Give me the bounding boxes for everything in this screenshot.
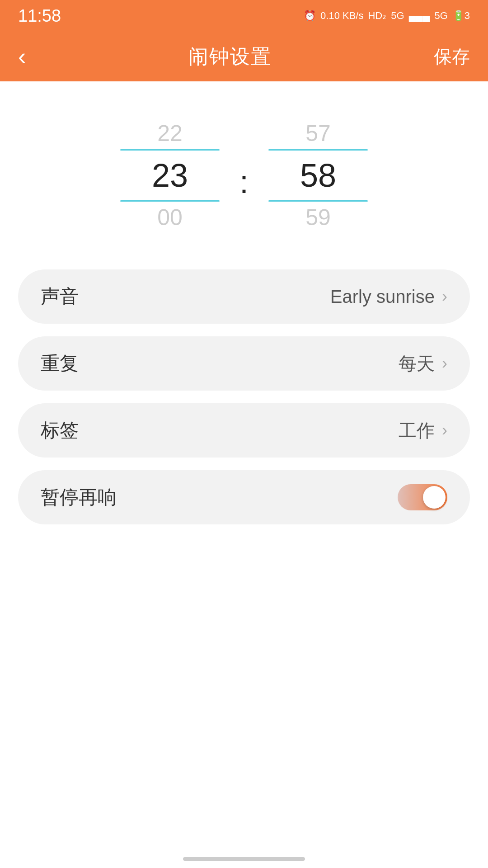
alarm-icon: ⏰ [304,10,316,22]
page-title: 闹钟设置 [188,43,272,70]
time-picker: 22 23 00 : 57 58 59 [111,118,377,233]
home-indicator [183,857,305,861]
hours-next: 00 [157,202,183,233]
minutes-current: 58 [300,152,336,198]
minutes-prev: 57 [305,118,331,149]
snooze-label: 暂停再响 [41,485,117,510]
toolbar: ‹ 闹钟设置 保存 [0,32,488,81]
battery-icon: 🔋3 [452,10,470,22]
sound-value: Early sunrise [330,287,435,307]
repeat-value-container: 每天 › [399,351,447,376]
back-button[interactable]: ‹ [18,43,26,70]
toggle-knob [423,486,446,509]
repeat-chevron-icon: › [442,354,447,373]
repeat-value: 每天 [399,351,435,376]
minutes-underline-top [268,149,368,151]
tag-value: 工作 [399,418,435,443]
sound-label: 声音 [41,284,79,309]
snooze-row: 暂停再响 [18,470,470,524]
status-icons: ⏰ 0.10 KB/s HD₂ 5G ▄▄▄ 5G 🔋3 [304,10,470,22]
time-picker-container: 22 23 00 : 57 58 59 [0,81,488,260]
time-colon: : [229,165,259,198]
minutes-column[interactable]: 57 58 59 [259,118,377,233]
status-time: 11:58 [18,6,61,26]
tag-value-container: 工作 › [399,418,447,443]
repeat-row[interactable]: 重复 每天 › [18,336,470,391]
hours-current: 23 [152,152,188,198]
status-bar: 11:58 ⏰ 0.10 KB/s HD₂ 5G ▄▄▄ 5G 🔋3 [0,0,488,32]
snooze-toggle[interactable] [398,484,447,510]
network-signal: ▄▄▄ [409,10,430,22]
save-button[interactable]: 保存 [434,44,470,69]
network-5g-1: 5G [391,10,404,22]
signal-text: 0.10 KB/s [320,10,363,22]
sound-row[interactable]: 声音 Early sunrise › [18,269,470,324]
hours-column[interactable]: 22 23 00 [111,118,229,233]
repeat-label: 重复 [41,351,79,376]
hours-underline-top [120,149,220,151]
hours-prev: 22 [157,118,183,149]
tag-label: 标签 [41,418,79,443]
sound-chevron-icon: › [442,287,447,306]
hd-icon: HD₂ [368,10,386,22]
tag-row[interactable]: 标签 工作 › [18,403,470,458]
sound-value-container: Early sunrise › [330,287,447,307]
tag-chevron-icon: › [442,421,447,440]
network-5g-2: 5G [434,10,447,22]
minutes-next: 59 [305,202,331,233]
settings-list: 声音 Early sunrise › 重复 每天 › 标签 工作 › 暂停再响 [0,260,488,524]
